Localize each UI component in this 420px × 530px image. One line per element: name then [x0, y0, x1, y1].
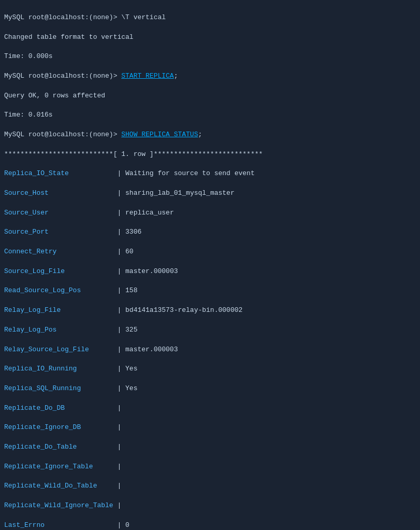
field-separator: |	[117, 346, 125, 353]
field-separator: |	[117, 463, 125, 470]
field-value: replica_user	[125, 209, 174, 217]
terminal-line: MySQL root@localhost:(none)> \T vertical	[4, 13, 416, 23]
field-pad	[93, 463, 118, 470]
field-pad	[65, 404, 117, 412]
field-value: 325	[125, 326, 137, 334]
field-name: Relay_Log_File	[4, 306, 61, 314]
field-value: 3306	[125, 228, 141, 236]
field-name: Replica_IO_Running	[4, 365, 77, 373]
terminal-line: Read_Source_Log_Pos | 158	[4, 286, 416, 296]
field-pad	[81, 423, 117, 431]
sql-command: SHOW REPLICA STATUS	[121, 131, 198, 138]
field-separator: |	[117, 404, 125, 412]
terminal-line: Source_Port | 3306	[4, 227, 416, 237]
field-value: Waiting for source to send event	[125, 169, 255, 177]
field-separator: |	[117, 228, 125, 236]
prompt-text: MySQL root@localhost:(none)>	[4, 131, 121, 138]
field-pad	[49, 189, 118, 197]
field-separator: |	[117, 365, 125, 373]
terminal-output: MySQL root@localhost:(none)> \T vertical…	[4, 3, 416, 530]
terminal-line: Relay_Log_Pos | 325	[4, 325, 416, 335]
cmd-suffix: ;	[174, 72, 178, 80]
field-name: Relay_Log_Pos	[4, 326, 56, 334]
sql-command: START REPLICA	[121, 72, 173, 80]
field-separator: |	[117, 384, 125, 392]
terminal-line: Replicate_Do_DB |	[4, 404, 416, 413]
field-separator: |	[117, 306, 125, 314]
field-pad	[81, 384, 117, 392]
field-name: Source_Log_File	[4, 267, 65, 275]
field-name: Source_Port	[4, 228, 49, 236]
terminal-line: Replicate_Ignore_DB |	[4, 423, 416, 433]
field-separator: |	[117, 326, 125, 334]
field-separator: |	[117, 423, 125, 431]
field-name: Replica_IO_State	[4, 169, 69, 177]
field-value: 0	[125, 521, 129, 529]
field-pad	[97, 482, 117, 490]
field-name: Replicate_Wild_Do_Table	[4, 482, 97, 490]
terminal-line: Source_Host | sharing_lab_01_mysql_maste…	[4, 189, 416, 198]
field-separator: |	[117, 443, 125, 451]
field-pad	[49, 209, 118, 217]
field-value: master.000003	[125, 267, 178, 275]
field-pad	[77, 365, 117, 373]
terminal-line: Replicate_Do_Table |	[4, 442, 416, 452]
field-pad	[89, 346, 118, 353]
terminal-line: ***************************[ 1. row ]***…	[4, 150, 416, 160]
terminal-line: Query OK, 0 rows affected	[4, 91, 416, 101]
field-value: master.000003	[125, 346, 178, 353]
field-value: bd4141a13573-relay-bin.000002	[125, 306, 242, 314]
terminal-line: Connect_Retry | 60	[4, 247, 416, 257]
terminal-line: Replicate_Ignore_Table |	[4, 462, 416, 472]
field-value: 60	[125, 248, 134, 255]
field-name: Replicate_Wild_Ignore_Table	[4, 502, 113, 509]
cmd-suffix: ;	[198, 131, 202, 138]
field-value: 158	[125, 287, 137, 294]
terminal-line: Last_Errno | 0	[4, 521, 416, 530]
field-name: Source_Host	[4, 189, 49, 197]
terminal-line: Changed table format to vertical	[4, 33, 416, 42]
terminal-line: Replicate_Wild_Ignore_Table |	[4, 501, 416, 511]
field-name: Replica_SQL_Running	[4, 384, 81, 392]
terminal-line: Replica_SQL_Running | Yes	[4, 384, 416, 394]
terminal-line: Source_Log_File | master.000003	[4, 267, 416, 277]
field-pad	[49, 228, 118, 236]
field-separator: |	[117, 209, 125, 217]
field-pad	[45, 521, 117, 529]
field-value: Yes	[125, 365, 137, 373]
terminal-line: Replica_IO_Running | Yes	[4, 364, 416, 374]
prompt-text: MySQL root@localhost:(none)>	[4, 72, 121, 80]
field-separator: |	[117, 521, 125, 529]
field-name: Replicate_Ignore_Table	[4, 463, 93, 470]
field-name: Source_User	[4, 209, 49, 217]
field-pad	[61, 306, 117, 314]
field-pad	[77, 443, 117, 451]
field-separator: |	[117, 248, 125, 255]
terminal-line: Relay_Log_File | bd4141a13573-relay-bin.…	[4, 306, 416, 316]
terminal-line: Time: 0.000s	[4, 52, 416, 62]
field-separator: |	[117, 169, 125, 177]
field-separator: |	[117, 189, 125, 197]
field-separator: |	[117, 482, 125, 490]
field-separator: |	[117, 267, 125, 275]
field-name: Replicate_Do_DB	[4, 404, 65, 412]
terminal-line: Relay_Source_Log_File | master.000003	[4, 345, 416, 355]
field-pad	[56, 248, 117, 255]
terminal-line: MySQL root@localhost:(none)> SHOW REPLIC…	[4, 130, 416, 140]
field-pad	[65, 267, 117, 275]
field-name: Read_Source_Log_Pos	[4, 287, 81, 294]
field-separator: |	[117, 502, 125, 509]
field-name: Replicate_Ignore_DB	[4, 423, 81, 431]
terminal-line: Source_User | replica_user	[4, 208, 416, 218]
field-separator: |	[117, 287, 125, 294]
field-value: sharing_lab_01_mysql_master	[125, 189, 235, 197]
terminal-line: Replica_IO_State | Waiting for source to…	[4, 169, 416, 179]
terminal-line: MySQL root@localhost:(none)> START REPLI…	[4, 71, 416, 81]
terminal-line: Replicate_Wild_Do_Table |	[4, 481, 416, 491]
field-name: Last_Errno	[4, 521, 45, 529]
field-name: Relay_Source_Log_File	[4, 346, 89, 353]
field-value: Yes	[125, 384, 137, 392]
field-pad	[56, 326, 117, 334]
field-name: Connect_Retry	[4, 248, 56, 255]
field-pad	[69, 169, 118, 177]
